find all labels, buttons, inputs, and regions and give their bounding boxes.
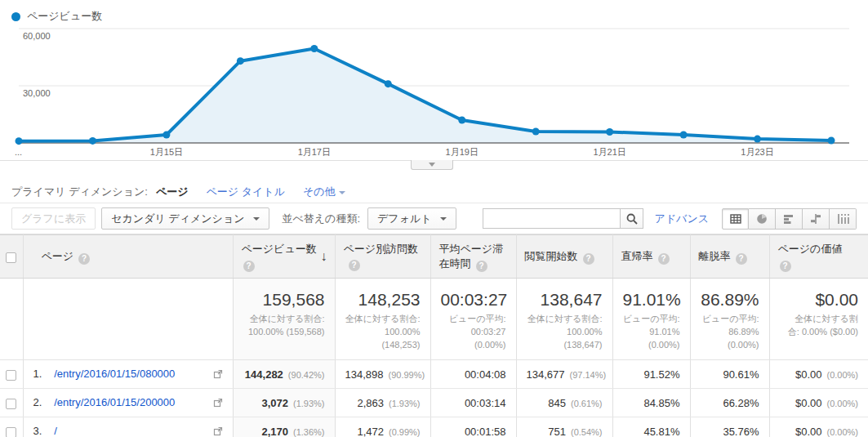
column-header-unique-pageviews[interactable]: ページ別訪問数?	[335, 235, 430, 279]
page-link[interactable]: /	[54, 425, 57, 437]
help-icon[interactable]: ?	[349, 260, 360, 271]
area-fill	[19, 49, 831, 144]
page-link[interactable]: /entry/2016/01/15/200000	[54, 396, 175, 408]
select-all-checkbox[interactable]	[6, 252, 16, 263]
summary-entrances: 138,647 全体に対する割合:100.00% (138,647)	[516, 279, 612, 360]
dimension-tab-other[interactable]: その他	[303, 185, 345, 199]
x-axis-tick-label: 1月19日	[446, 147, 479, 157]
sort-type-label: 並べ替えの種類:	[283, 212, 361, 226]
percentage-view-button[interactable]	[749, 208, 776, 230]
data-point-marker	[754, 136, 761, 143]
plot-rows-button[interactable]: グラフに表示	[11, 207, 96, 230]
table-summary-row: 159,568 全体に対する割合:100.00% (159,568) 148,2…	[0, 279, 868, 360]
column-header-exit-rate[interactable]: 離脱率?	[690, 235, 769, 279]
data-point-marker	[310, 45, 318, 52]
x-axis-tick-label: 1月15日	[150, 147, 183, 157]
view-toggle-group	[722, 208, 857, 230]
chevron-down-icon	[339, 191, 345, 194]
advanced-filter-link[interactable]: アドバンス	[654, 212, 709, 226]
search-button[interactable]	[620, 208, 643, 229]
row-checkbox[interactable]	[6, 399, 16, 409]
table-row: 2. /entry/2016/01/15/200000 3,072(1.93%)…	[0, 389, 868, 417]
y-axis-tick-label: 30,000	[23, 88, 51, 98]
pageviews-trend-chart: 60,00030,000...1月15日1月17日1月19日1月21日1月23日	[0, 0, 868, 176]
table-search-input[interactable]	[483, 208, 620, 229]
help-icon[interactable]: ?	[78, 253, 90, 265]
data-point-marker	[16, 137, 23, 145]
data-point-marker	[828, 136, 835, 144]
data-point-marker	[680, 131, 688, 138]
help-icon[interactable]: ?	[736, 253, 747, 265]
column-header-avg-time[interactable]: 平均ページ滞在時間?	[430, 235, 516, 279]
comparison-view-button[interactable]	[803, 208, 830, 230]
row-checkbox[interactable]	[6, 370, 16, 381]
x-axis-tick-label: 1月23日	[741, 147, 773, 157]
pivot-table-icon	[836, 212, 849, 225]
summary-bounce-rate: 91.01% ビューの平均:91.01% (0.00%)	[612, 279, 690, 360]
table-row: 3. / 2,170(1.36%) 1,472(0.99%) 00:01:58 …	[0, 417, 868, 437]
table-row: 1. /entry/2016/01/15/080000 144,282(90.4…	[0, 360, 868, 389]
comparison-bars-icon	[809, 212, 822, 225]
help-icon[interactable]: ?	[658, 253, 670, 265]
summary-page-value: $0.00 全体に対する割合: 0.00% ($0.00)	[769, 279, 868, 360]
table-grid-icon	[729, 212, 742, 225]
dimension-tab-page-title[interactable]: ページ タイトル	[207, 185, 285, 199]
help-icon[interactable]: ?	[583, 253, 594, 265]
column-header-entrances[interactable]: 閲覧開始数?	[516, 235, 612, 279]
sort-type-dropdown[interactable]: デフォルト	[367, 207, 456, 230]
horizontal-bars-icon	[782, 212, 795, 225]
performance-view-button[interactable]	[776, 208, 803, 230]
header-checkbox-cell	[0, 235, 23, 279]
open-in-new-window-icon[interactable]	[213, 398, 223, 410]
chevron-down-icon	[429, 163, 435, 167]
summary-pageviews: 159,568 全体に対する割合:100.00% (159,568)	[233, 279, 335, 360]
pivot-view-button[interactable]	[830, 208, 857, 230]
data-point-marker	[385, 80, 392, 87]
y-axis-tick-label: 60,000	[23, 31, 51, 41]
help-icon[interactable]: ?	[476, 261, 487, 272]
chevron-down-icon	[253, 217, 260, 221]
summary-avg-time: 00:03:27 ビューの平均:00:03:27 (0.00%)	[430, 279, 516, 360]
open-in-new-window-icon[interactable]	[213, 426, 223, 437]
data-point-marker	[237, 57, 244, 65]
primary-dimension-label: プライマリ ディメンション:	[11, 185, 148, 199]
summary-unique-pageviews: 148,253 全体に対する割合:100.00% (148,253)	[335, 279, 430, 360]
data-point-marker	[458, 117, 465, 124]
page-link[interactable]: /entry/2016/01/15/080000	[54, 368, 175, 380]
help-icon[interactable]: ?	[780, 261, 791, 272]
sort-desc-icon[interactable]: ↓	[321, 249, 327, 264]
table-toolbar: グラフに表示 セカンダリ ディメンション 並べ替えの種類: デフォルト アドバン…	[0, 203, 868, 234]
x-axis-tick-label: ...	[15, 147, 22, 157]
data-point-marker	[532, 128, 540, 136]
dimension-tab-page[interactable]: ページ	[156, 185, 189, 199]
data-point-marker	[89, 137, 96, 145]
search-icon	[625, 212, 639, 225]
open-in-new-window-icon[interactable]	[213, 369, 223, 381]
row-checkbox[interactable]	[6, 427, 16, 437]
pie-chart-icon	[755, 212, 768, 225]
pages-data-table: ページ? ページビュー数?↓ ページ別訪問数? 平均ページ滞在時間? 閲覧開始数…	[0, 234, 868, 437]
table-header-row: ページ? ページビュー数?↓ ページ別訪問数? 平均ページ滞在時間? 閲覧開始数…	[0, 235, 868, 279]
secondary-dimension-dropdown[interactable]: セカンダリ ディメンション	[101, 207, 269, 230]
help-icon[interactable]: ?	[243, 261, 255, 272]
primary-dimension-bar: プライマリ ディメンション: ページ ページ タイトル その他	[11, 185, 857, 199]
data-point-marker	[606, 128, 613, 136]
timeline-collapse-tab[interactable]	[411, 160, 453, 170]
x-axis-tick-label: 1月17日	[298, 147, 331, 157]
summary-exit-rate: 86.89% ビューの平均:86.89% (0.00%)	[690, 279, 769, 360]
data-point-marker	[162, 131, 170, 138]
analytics-report-page: ページビュー数 60,00030,000...1月15日1月17日1月19日1月…	[0, 0, 868, 437]
data-table-view-button[interactable]	[722, 208, 749, 230]
column-header-page[interactable]: ページ?	[23, 235, 233, 279]
chevron-down-icon	[440, 217, 447, 221]
column-header-page-value[interactable]: ページの価値?	[769, 235, 868, 279]
x-axis-tick-label: 1月21日	[593, 147, 625, 157]
column-header-bounce-rate[interactable]: 直帰率?	[612, 235, 690, 279]
column-header-pageviews[interactable]: ページビュー数?↓	[233, 235, 335, 279]
